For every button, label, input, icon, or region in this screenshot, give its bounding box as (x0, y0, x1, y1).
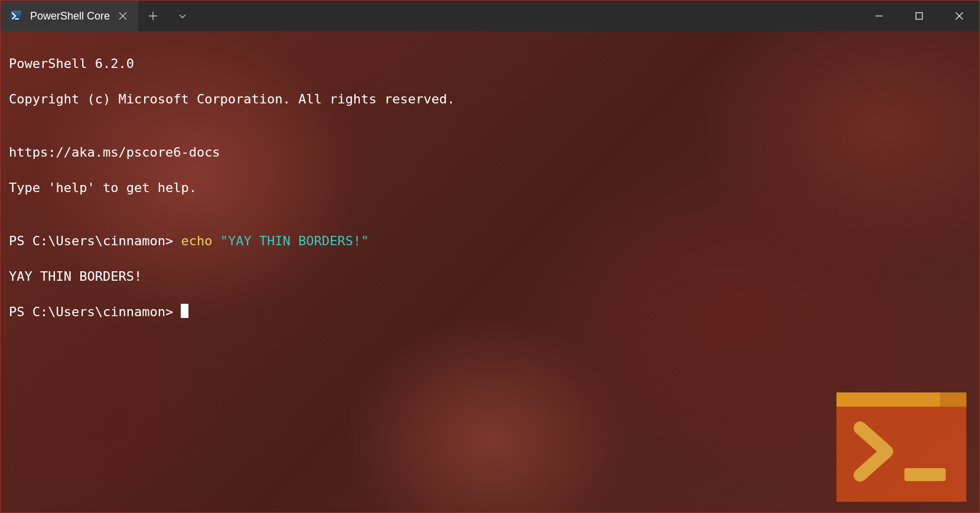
maximize-button[interactable] (899, 1, 939, 31)
svg-rect-2 (940, 392, 966, 407)
command-string: "YAY THIN BORDERS!" (220, 233, 369, 248)
tab-powershell-core[interactable]: PowerShell Core (1, 1, 138, 31)
close-window-button[interactable] (939, 1, 979, 31)
command-name: echo (181, 233, 220, 248)
terminal-command-line: PS C:\Users\cinnamon> echo "YAY THIN BOR… (9, 232, 971, 250)
terminal-line: Copyright (c) Microsoft Corporation. All… (9, 90, 971, 108)
terminal-text: PowerShell 6.2.0 Copyright (c) Microsoft… (9, 37, 971, 356)
prompt: PS C:\Users\cinnamon> (9, 233, 181, 248)
cursor-block (181, 304, 188, 318)
terminal-logo-icon (836, 392, 966, 502)
tab-label: PowerShell Core (30, 10, 110, 22)
svg-rect-0 (916, 13, 923, 20)
terminal-prompt-line: PS C:\Users\cinnamon> (9, 303, 971, 321)
minimize-button[interactable] (859, 1, 899, 31)
svg-rect-4 (904, 468, 946, 481)
tab-dropdown-button[interactable] (168, 1, 197, 31)
new-tab-button[interactable] (138, 1, 168, 31)
tab-actions (138, 1, 197, 31)
titlebar[interactable]: PowerShell Core (1, 1, 979, 31)
terminal-line: Type 'help' to get help. (9, 179, 971, 197)
terminal-window: PowerShell Core (0, 0, 980, 513)
terminal-line: https://aka.ms/pscore6-docs (9, 144, 971, 161)
powershell-icon (9, 9, 23, 23)
prompt: PS C:\Users\cinnamon> (9, 304, 181, 319)
terminal-line: PowerShell 6.2.0 (9, 55, 971, 73)
terminal-content-area[interactable]: PowerShell 6.2.0 Copyright (c) Microsoft… (1, 31, 979, 512)
terminal-output: YAY THIN BORDERS! (9, 268, 971, 285)
svg-rect-3 (836, 407, 966, 502)
close-tab-button[interactable] (117, 10, 129, 22)
window-controls (859, 1, 979, 31)
svg-rect-1 (836, 392, 940, 407)
